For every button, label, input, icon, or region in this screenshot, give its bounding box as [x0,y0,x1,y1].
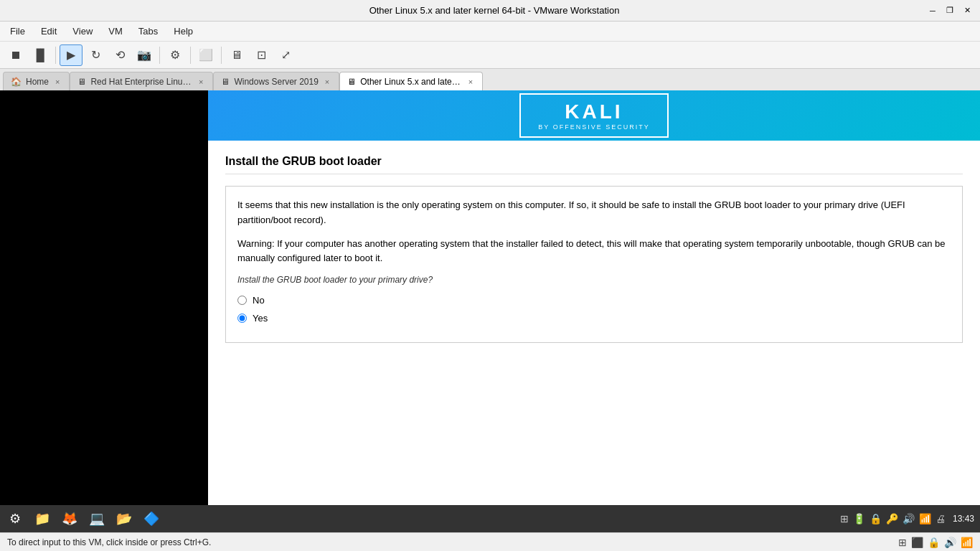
menu-item-vm[interactable]: VM [101,23,130,39]
toolbar: ⏹▐▌▶↻⟲📷⚙⬜🖥⊡⤢ [0,42,980,69]
installer-title: Install the GRUB boot loader [225,155,963,174]
status-bar: To direct input to this VM, click inside… [0,532,980,551]
tab-icon-2: 🖥 [221,77,230,87]
tab-close-2[interactable]: × [323,77,331,87]
firefox-icon[interactable]: 🦊 [57,508,82,529]
play-toolbar-btn[interactable]: ▶ [60,44,83,66]
vm-toolbar-btn[interactable]: 🖥 [225,44,248,66]
radio-no[interactable] [237,296,247,305]
tab-label-2: Windows Server 2019 [234,77,318,87]
system-tray: ⊞ 🔋 🔒 🔑 🔊 📶 🖨 13:43 [834,505,980,532]
tab-label-0: Home [26,77,49,87]
tab-close-3[interactable]: × [466,77,475,87]
tab-close-0[interactable]: × [53,77,62,87]
tray-icon-network[interactable]: 📶 [919,513,931,524]
toolbar-separator-1 [55,47,56,64]
menu-item-file[interactable]: File [3,23,32,39]
tab-0[interactable]: 🏠Home× [3,72,70,90]
menu-item-tabs[interactable]: Tabs [131,23,165,39]
files-icon[interactable]: 📁 [30,508,55,529]
kali-logo-box: KALI BY OFFENSIVE SECURITY [519,93,668,138]
vmware-icon[interactable]: 🔷 [139,508,164,529]
tab-2[interactable]: 🖥Windows Server 2019× [213,72,339,90]
tab-icon-0: 🏠 [11,77,22,87]
tab-label-1: Red Hat Enterprise Linux 8 64-bit [90,77,192,87]
tray-icon-volume[interactable]: 🔊 [903,513,915,524]
status-icon-5: 📶 [961,537,973,548]
tray-icon-security: 🔒 [870,513,882,524]
main-content: KALI BY OFFENSIVE SECURITY Install the G… [208,90,980,551]
installer-question: Install the GRUB boot loader to your pri… [237,275,951,285]
library-toolbar-btn[interactable]: ▐▌ [29,44,52,66]
tray-icon-battery: 🔋 [853,513,865,524]
folder-icon[interactable]: 📂 [112,508,136,529]
tab-3[interactable]: 🖥Other Linux 5.x and later kerne...× [339,72,483,90]
tab-icon-3: 🖥 [347,77,356,87]
radio-yes[interactable] [237,314,247,323]
fullscreen-toolbar-btn[interactable]: ⬜ [194,44,217,66]
tray-clock: 13:43 [953,514,974,524]
status-right: ⊞ ⬛ 🔒 🔊 📶 [898,537,973,548]
tray-icon-key: 🔑 [886,513,898,524]
restore-button[interactable]: ❐ [943,4,957,18]
installer-paragraph2: Warning: If your computer has another op… [237,237,951,267]
snapshot-toolbar-btn[interactable]: ⟲ [108,44,131,66]
menu-item-edit[interactable]: Edit [34,23,64,39]
option-no[interactable]: No [237,295,951,306]
taskbar: ⚙📁🦊💻📂🔷 [0,505,980,532]
status-icon-3: 🔒 [928,537,940,548]
system-icon[interactable]: ⚙ [3,508,27,529]
toolbar-separator-6 [190,47,191,64]
tab-close-1[interactable]: × [197,77,205,87]
window-title: Other Linux 5.x and later kernel 64-bit … [63,5,925,16]
screenshot-toolbar-btn[interactable]: 📷 [133,44,156,66]
settings-toolbar-btn[interactable]: ⚙ [164,44,187,66]
power-toolbar-btn[interactable]: ⏹ [4,44,27,66]
expand-toolbar-btn[interactable]: ⤢ [274,44,297,66]
vm-sidebar [0,90,208,529]
toolbar-separator-7 [221,47,222,64]
menu-bar: FileEditViewVMTabsHelp [0,22,980,42]
tray-icon-monitor[interactable]: ⊞ [840,513,849,524]
option-yes[interactable]: Yes [237,313,951,324]
terminal-icon[interactable]: 💻 [85,508,109,529]
tabs-bar: 🏠Home×🖥Red Hat Enterprise Linux 8 64-bit… [0,69,980,90]
installer-body: Install the GRUB boot loader It seems th… [208,141,980,517]
tab-1[interactable]: 🖥Red Hat Enterprise Linux 8 64-bit× [70,72,213,90]
kali-header: KALI BY OFFENSIVE SECURITY [208,90,980,141]
installer-paragraph1: It seems that this new installation is t… [237,198,951,228]
kali-logo: KALI [538,100,649,123]
status-icon-4: 🔊 [944,537,956,548]
status-icon-1: ⊞ [898,537,907,548]
toolbar-separator-5 [159,47,160,64]
status-message: To direct input to this VM, click inside… [7,537,211,547]
shrink-toolbar-btn[interactable]: ⊡ [250,44,273,66]
close-button[interactable]: ✕ [960,4,974,18]
minimize-button[interactable]: ─ [925,4,940,18]
menu-item-view[interactable]: View [65,23,100,39]
label-no: No [253,295,265,306]
menu-item-help[interactable]: Help [166,23,200,39]
status-icon-2: ⬛ [911,537,923,548]
installer-inner: It seems that this new installation is t… [225,186,963,343]
tray-icon-printer: 🖨 [936,513,946,524]
label-yes: Yes [253,313,268,324]
window-controls: ─ ❐ ✕ [925,4,974,18]
tab-icon-1: 🖥 [77,77,86,87]
kali-subtitle: BY OFFENSIVE SECURITY [538,123,649,131]
tab-label-3: Other Linux 5.x and later kerne... [360,77,462,87]
title-bar: Other Linux 5.x and later kernel 64-bit … [0,0,980,22]
refresh-toolbar-btn[interactable]: ↻ [84,44,107,66]
